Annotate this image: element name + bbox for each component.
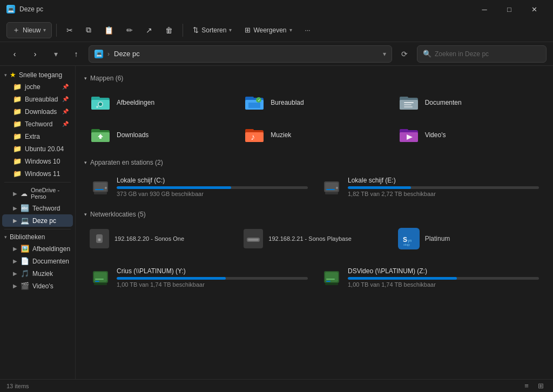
up-button[interactable]: ↑ bbox=[68, 46, 84, 62]
svg-rect-45 bbox=[248, 239, 259, 241]
sidebar-item-label: OneDrive - Perso bbox=[31, 187, 69, 200]
search-box[interactable]: 🔍 Zoeken in Deze pc bbox=[417, 45, 547, 63]
sort-button[interactable]: ⇅ Sorteren ▾ bbox=[187, 23, 237, 37]
folder-muziek[interactable]: ♪ Muziek bbox=[238, 120, 390, 150]
delete-button[interactable]: 🗑 bbox=[160, 23, 178, 37]
maximize-button[interactable]: □ bbox=[497, 0, 522, 18]
divider-1 bbox=[4, 182, 71, 183]
minimize-button[interactable]: ─ bbox=[472, 0, 497, 18]
svg-rect-38 bbox=[325, 192, 338, 194]
share-button[interactable]: ↗ bbox=[140, 23, 158, 37]
svg-point-5 bbox=[96, 106, 98, 108]
sidebar-item-deze-pc[interactable]: ▶ 💻 Deze pc bbox=[2, 214, 73, 227]
sidebar-item-label: Deze pc bbox=[32, 217, 56, 225]
delete-icon: 🗑 bbox=[165, 26, 173, 35]
share-icon: ↗ bbox=[146, 26, 152, 35]
folder-downloads[interactable]: Downloads bbox=[84, 120, 236, 150]
cut-button[interactable]: ✂ bbox=[61, 23, 78, 37]
sidebar-item-ubuntu[interactable]: 📁 Ubuntu 20.04 bbox=[2, 143, 73, 155]
network-sonos-one[interactable]: 192.168.2.20 - Sonos One bbox=[84, 224, 236, 254]
sidebar-item-windows10[interactable]: 📁 Windows 10 bbox=[2, 155, 73, 167]
drive-dsvideo[interactable]: DSVideo (\\PLATINUM) (Z:) 1,00 TB van 1,… bbox=[315, 262, 544, 293]
sidebar-item-bureaublad[interactable]: 📁 Bureaublad 📌 bbox=[2, 93, 73, 105]
sidebar-item-label: Documenten bbox=[32, 258, 69, 265]
paste-icon: 📋 bbox=[104, 26, 113, 35]
network-sonos-playbase[interactable]: 192.168.2.21 - Sonos Playbase bbox=[238, 224, 390, 254]
statusbar: 13 items ≡ ⊞ bbox=[0, 379, 553, 392]
grid-view-button[interactable]: ⊞ bbox=[535, 381, 547, 391]
sidebar-item-windows11[interactable]: 📁 Windows 11 bbox=[2, 167, 73, 180]
drive-info: Lokale schijf (C:) 373 GB van 930 GB bes… bbox=[117, 177, 308, 197]
svg-rect-17 bbox=[404, 106, 413, 107]
sidebar-section-snelle-toegang[interactable]: ▾ ★ Snelle toegang bbox=[0, 69, 75, 80]
sidebar-item-extra[interactable]: 📁 Extra bbox=[2, 130, 73, 143]
sidebar-item-techword-drive[interactable]: ▶ 🔤 Techword bbox=[2, 202, 73, 214]
sidebar-item-label: Windows 10 bbox=[25, 158, 60, 165]
svg-point-43 bbox=[99, 239, 100, 241]
drive-icon-wrap bbox=[321, 176, 342, 198]
sidebar-item-videos[interactable]: ▶ 🎬 Video's bbox=[2, 280, 73, 292]
sort-chevron-icon: ▾ bbox=[229, 27, 232, 33]
network-platinum[interactable]: S yn ology Platinum bbox=[393, 224, 544, 254]
close-button[interactable]: ✕ bbox=[522, 0, 547, 18]
apparaten-section-header[interactable]: ▾ Apparaten en stations (2) bbox=[84, 159, 544, 166]
onedrive-icon: ☁ bbox=[21, 190, 28, 198]
svg-rect-20 bbox=[91, 129, 100, 132]
main-layout: ▾ ★ Snelle toegang 📁 joche 📌 📁 Bureaubla… bbox=[0, 66, 553, 379]
copy-button[interactable]: ⧉ bbox=[80, 23, 97, 37]
svg-text:✓: ✓ bbox=[258, 98, 261, 102]
drive-e[interactable]: Lokale schijf (E:) 1,82 TB van 2,72 TB b… bbox=[315, 172, 544, 202]
sidebar-item-afbeeldingen[interactable]: ▶ 🖼️ Afbeeldingen bbox=[2, 242, 73, 255]
divider-2 bbox=[4, 229, 71, 229]
muziek-icon: 🎵 bbox=[21, 269, 29, 278]
list-view-button[interactable]: ≡ bbox=[521, 381, 532, 391]
folder-name: Downloads bbox=[117, 131, 149, 139]
sidebar-section-bibliotheken[interactable]: ▾ Bibliotheken bbox=[0, 232, 75, 242]
sidebar-item-onedrive[interactable]: ▶ ☁ OneDrive - Perso bbox=[2, 185, 73, 202]
network-drives-grid: Crius (\\PLATINUM) (Y:) 1,00 TB van 1,74… bbox=[84, 262, 544, 293]
paste-button[interactable]: 📋 bbox=[99, 23, 119, 37]
chevron-down-icon: ▾ bbox=[4, 72, 7, 78]
mappen-section-header[interactable]: ▾ Mappen (6) bbox=[84, 75, 544, 82]
new-button[interactable]: ＋ Nieuw ▾ bbox=[6, 22, 52, 38]
dropdown-button[interactable]: ▾ bbox=[48, 46, 64, 62]
drive-crius[interactable]: Crius (\\PLATINUM) (Y:) 1,00 TB van 1,74… bbox=[84, 262, 313, 293]
back-button[interactable]: ‹ bbox=[6, 46, 23, 62]
refresh-button[interactable]: ⟳ bbox=[396, 46, 413, 62]
folder-videos[interactable]: Video's bbox=[393, 120, 544, 150]
sidebar-item-label: Ubuntu 20.04 bbox=[25, 145, 64, 153]
deze-pc-icon: 💻 bbox=[21, 217, 29, 225]
afbeeldingen-icon: 🖼️ bbox=[21, 245, 29, 253]
techword-icon: 🔤 bbox=[21, 204, 29, 212]
documenten-icon: 📄 bbox=[21, 257, 29, 265]
view-label: Weergeven bbox=[253, 26, 286, 34]
sidebar-item-muziek[interactable]: ▶ 🎵 Muziek bbox=[2, 267, 73, 280]
folder-afbeeldingen[interactable]: Afbeeldingen bbox=[84, 87, 236, 118]
sidebar-item-label: Downloads bbox=[25, 108, 57, 116]
sidebar-item-label: Muziek bbox=[32, 270, 53, 278]
drive-bar-bg bbox=[117, 277, 308, 280]
sidebar-item-documenten[interactable]: ▶ 📄 Documenten bbox=[2, 255, 73, 267]
view-button[interactable]: ⊞ Weergeven ▾ bbox=[239, 23, 297, 37]
sidebar-item-joche[interactable]: 📁 joche 📌 bbox=[2, 80, 73, 93]
folder-bureaublad[interactable]: ✓ Bureaublad bbox=[238, 87, 390, 118]
snelle-toegang-label: Snelle toegang bbox=[19, 71, 62, 79]
folder-icon-wrap bbox=[398, 124, 420, 146]
drive-c[interactable]: Lokale schijf (C:) 373 GB van 930 GB bes… bbox=[84, 172, 313, 202]
network-icon-wrap bbox=[244, 229, 263, 248]
address-box[interactable]: 💻 › Deze pc ▾ bbox=[89, 45, 392, 63]
sidebar-item-downloads[interactable]: 📁 Downloads 📌 bbox=[2, 105, 73, 118]
sort-label: Sorteren bbox=[201, 26, 226, 34]
folder-icon: 📁 bbox=[13, 145, 22, 153]
svg-rect-9 bbox=[248, 103, 260, 108]
chevron-right-icon: ▶ bbox=[13, 205, 17, 211]
rename-button[interactable]: ✏ bbox=[121, 23, 138, 37]
window-controls: ─ □ ✕ bbox=[472, 0, 547, 18]
sidebar-item-techword[interactable]: 📁 Techword 📌 bbox=[2, 118, 73, 130]
forward-button[interactable]: › bbox=[27, 46, 43, 62]
svg-text:S: S bbox=[403, 236, 407, 244]
sidebar-item-label: joche bbox=[25, 83, 41, 91]
folder-documenten[interactable]: Documenten bbox=[393, 87, 544, 118]
netwerk-section-header[interactable]: ▾ Netwerklocaties (5) bbox=[84, 211, 544, 218]
more-button[interactable]: ··· bbox=[300, 24, 316, 37]
